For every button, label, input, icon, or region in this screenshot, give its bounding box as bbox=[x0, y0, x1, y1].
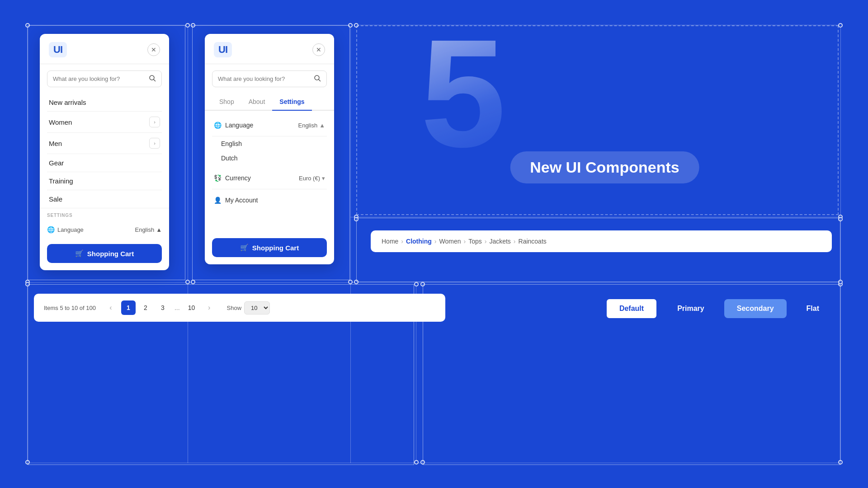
corner-tl-box2 bbox=[191, 23, 195, 28]
language-label: Language bbox=[57, 226, 84, 233]
panel1-header: UI ✕ bbox=[40, 34, 169, 64]
corner-tr-bc bbox=[838, 217, 843, 221]
corner-bl-box2 bbox=[191, 280, 195, 284]
panel2-tab-nav: Shop About Settings bbox=[205, 94, 334, 111]
currency-row[interactable]: 💱 Currency Euro (€) ▾ bbox=[212, 167, 327, 189]
language-value: English bbox=[135, 226, 154, 233]
language-label: Language bbox=[225, 122, 253, 129]
page-2-button[interactable]: 2 bbox=[138, 300, 153, 315]
corner-tl-box1 bbox=[25, 23, 30, 28]
account-icon: 👤 bbox=[214, 197, 222, 204]
nav-item-training[interactable]: Training bbox=[47, 172, 162, 190]
tab-about[interactable]: About bbox=[241, 94, 273, 111]
secondary-button[interactable]: Secondary bbox=[724, 299, 787, 318]
corner-tr-box3 bbox=[838, 23, 843, 28]
default-button[interactable]: Default bbox=[606, 298, 657, 319]
corner-tl-bc bbox=[354, 217, 359, 221]
settings-label: SETTINGS bbox=[47, 208, 162, 221]
account-left: 👤 My Account bbox=[214, 197, 258, 204]
panel2-search-input[interactable] bbox=[218, 75, 310, 82]
panel2-cart-button[interactable]: 🛒 Shopping Cart bbox=[212, 238, 327, 257]
cart-icon: 🛒 bbox=[75, 249, 84, 258]
currency-right: Euro (€) ▾ bbox=[299, 175, 325, 182]
language-row[interactable]: 🌐 Language English ▲ bbox=[212, 114, 327, 136]
account-label: My Account bbox=[225, 197, 258, 204]
language-options: English Dutch bbox=[212, 136, 327, 165]
chevron-up-icon: ▲ bbox=[156, 226, 162, 233]
breadcrumb-sep-2: › bbox=[434, 238, 437, 245]
panel1: UI ✕ New arrivals Women › Men › Gear Tra… bbox=[40, 34, 169, 270]
nav-item-label: Men bbox=[49, 140, 62, 147]
nav-item-new-arrivals[interactable]: New arrivals bbox=[47, 94, 162, 112]
prev-page-button[interactable]: ‹ bbox=[103, 300, 118, 315]
corner-bl-bottom bbox=[25, 460, 30, 465]
new-ui-badge: New UI Components bbox=[510, 151, 699, 183]
breadcrumb-item-home[interactable]: Home bbox=[382, 238, 398, 245]
breadcrumb-item-clothing[interactable]: Clothing bbox=[406, 238, 432, 245]
breadcrumb-item-raincoats[interactable]: Raincoats bbox=[519, 238, 547, 245]
currency-left: 💱 Currency bbox=[214, 174, 251, 182]
chevron-right-icon: › bbox=[149, 138, 160, 149]
tab-shop[interactable]: Shop bbox=[212, 94, 241, 111]
panel1-search-input[interactable] bbox=[53, 75, 145, 82]
currency-icon: 💱 bbox=[214, 174, 222, 182]
panel1-cart-button[interactable]: 🛒 Shopping Cart bbox=[47, 244, 162, 263]
nav-item-women[interactable]: Women › bbox=[47, 112, 162, 133]
panel2-search-bar bbox=[212, 70, 327, 87]
corner-tr-bottom bbox=[414, 282, 419, 286]
next-page-button[interactable]: › bbox=[202, 300, 217, 315]
page-10-button[interactable]: 10 bbox=[184, 300, 199, 315]
corner-br-box2 bbox=[348, 280, 353, 284]
pagination-info: Items 5 to 10 of 100 bbox=[44, 305, 96, 311]
show-select[interactable]: 10 20 50 bbox=[244, 301, 270, 314]
nav-item-label: Women bbox=[49, 118, 72, 126]
nav-item-label: Sale bbox=[49, 195, 62, 203]
corner-tr-box1 bbox=[185, 23, 190, 28]
new-ui-label: New UI Components bbox=[530, 159, 679, 176]
language-right: English ▲ bbox=[298, 122, 325, 129]
panel1-close-button[interactable]: ✕ bbox=[147, 43, 160, 56]
panel2-settings-content: 🌐 Language English ▲ English Dutch 💱 Cur… bbox=[205, 111, 334, 211]
search-icon bbox=[149, 75, 156, 83]
primary-button[interactable]: Primary bbox=[665, 299, 717, 318]
nav-item-sale[interactable]: Sale bbox=[47, 190, 162, 208]
panel2: UI ✕ Shop About Settings 🌐 Language Engl… bbox=[205, 34, 334, 264]
corner-bl-bc bbox=[354, 280, 359, 284]
chevron-down-icon: ▾ bbox=[322, 175, 325, 182]
globe-icon: 🌐 bbox=[214, 122, 222, 129]
nav-item-gear[interactable]: Gear bbox=[47, 154, 162, 172]
page-3-button[interactable]: 3 bbox=[156, 300, 170, 315]
breadcrumb-container: Home › Clothing › Women › Tops › Jackets… bbox=[371, 230, 832, 252]
breadcrumb-item-women[interactable]: Women bbox=[439, 238, 461, 245]
nav-item-label: New arrivals bbox=[49, 99, 86, 106]
show-label: Show bbox=[227, 305, 242, 311]
flat-button[interactable]: Flat bbox=[794, 299, 832, 318]
lang-option-dutch[interactable]: Dutch bbox=[212, 151, 327, 165]
currency-value: Euro (€) bbox=[299, 175, 320, 182]
panel1-language-row[interactable]: 🌐 Language English ▲ bbox=[47, 221, 162, 239]
panel1-nav-section: New arrivals Women › Men › Gear Training… bbox=[40, 94, 169, 208]
panel1-search-bar bbox=[47, 70, 162, 87]
chevron-up-icon: ▲ bbox=[319, 122, 325, 129]
my-account-row[interactable]: 👤 My Account bbox=[212, 189, 327, 211]
corner-br-bottom2 bbox=[838, 460, 843, 465]
language-value: English bbox=[298, 122, 317, 129]
tab-settings[interactable]: Settings bbox=[272, 94, 311, 111]
panel2-close-button[interactable]: ✕ bbox=[312, 43, 325, 56]
nav-item-men[interactable]: Men › bbox=[47, 133, 162, 154]
corner-tr-box2 bbox=[348, 23, 353, 28]
buttons-container: Default Primary Secondary Flat bbox=[606, 298, 832, 319]
breadcrumb-sep-1: › bbox=[401, 238, 403, 245]
big-number: 5 New UI Components bbox=[371, 25, 839, 215]
breadcrumb-item-jackets[interactable]: Jackets bbox=[489, 238, 510, 245]
breadcrumb-sep-4: › bbox=[485, 238, 487, 245]
cart-icon: 🛒 bbox=[240, 244, 249, 252]
breadcrumb-sep-3: › bbox=[463, 238, 466, 245]
number-5-text: 5 bbox=[420, 25, 506, 170]
corner-tl-bottom bbox=[25, 282, 30, 286]
page-1-button[interactable]: 1 bbox=[121, 300, 136, 315]
svg-line-1 bbox=[154, 80, 156, 81]
lang-option-english[interactable]: English bbox=[212, 136, 327, 151]
pagination-container: Items 5 to 10 of 100 ‹ 1 2 3 ... 10 › Sh… bbox=[34, 294, 445, 322]
breadcrumb-item-tops[interactable]: Tops bbox=[468, 238, 482, 245]
